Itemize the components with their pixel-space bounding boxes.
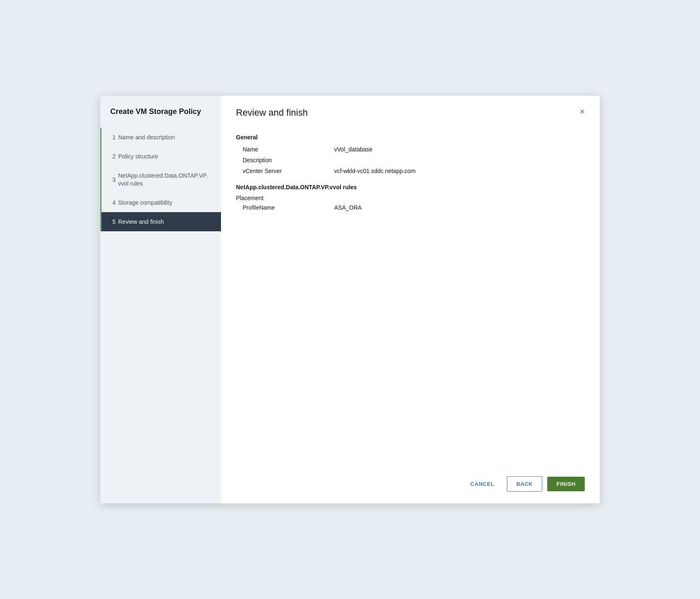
step-label-1: Name and description <box>118 134 175 141</box>
step-label-2: Policy structure <box>118 153 158 160</box>
sidebar: Create VM Storage Policy 1Name and descr… <box>100 96 221 503</box>
sidebar-step-4[interactable]: 4Storage compatibility <box>100 193 221 212</box>
main-header: Review and finish × <box>221 96 600 126</box>
field-label-vcenter: vCenter Server <box>243 168 334 174</box>
step-number-5: 5 <box>102 218 118 225</box>
field-row-description: Description <box>236 155 585 166</box>
field-label-description: Description <box>243 157 334 163</box>
sidebar-step-3[interactable]: 3NetApp.clustered.Data.ONTAP.VP. vvol ru… <box>100 166 221 193</box>
field-row-name: Name vVol_database <box>236 144 585 155</box>
create-vm-storage-policy-dialog: Create VM Storage Policy 1Name and descr… <box>100 96 600 503</box>
field-value-profilename: ASA_ORA <box>334 204 362 211</box>
main-body: General Name vVol_database Description v… <box>221 126 600 468</box>
sidebar-step-5[interactable]: 5Review and finish <box>100 212 221 231</box>
close-button[interactable]: × <box>580 107 585 116</box>
back-button[interactable]: BACK <box>507 476 543 492</box>
step-number-2: 2 <box>102 153 118 160</box>
field-label-profilename: ProfileName <box>243 204 334 211</box>
sidebar-step-2[interactable]: 2Policy structure <box>100 147 221 166</box>
step-label-4: Storage compatibility <box>118 199 172 206</box>
page-title: Review and finish <box>236 107 308 118</box>
step-label-3: NetApp.clustered.Data.ONTAP.VP. vvol rul… <box>118 172 213 187</box>
field-label-name: Name <box>243 146 334 153</box>
field-row-profilename: ProfileName ASA_ORA <box>236 202 585 213</box>
main-content: Review and finish × General Name vVol_da… <box>221 96 600 503</box>
step-number-4: 4 <box>102 199 118 206</box>
sidebar-title: Create VM Storage Policy <box>100 96 221 128</box>
general-section-header: General <box>236 134 585 141</box>
step-label-5: Review and finish <box>118 218 164 225</box>
placement-label: Placement <box>236 192 585 202</box>
field-value-name: vVol_database <box>334 146 372 153</box>
field-row-vcenter: vCenter Server vcf-wkld-vc01.sddc.netapp… <box>236 166 585 176</box>
sidebar-step-1[interactable]: 1Name and description <box>100 128 221 147</box>
field-value-vcenter: vcf-wkld-vc01.sddc.netapp.com <box>334 168 415 174</box>
cancel-button[interactable]: CANCEL <box>463 477 501 491</box>
step-number-1: 1 <box>102 134 118 141</box>
sidebar-steps: 1Name and description2Policy structure3N… <box>100 128 221 231</box>
main-footer: CANCEL BACK FINISH <box>221 468 600 503</box>
step-number-3: 3 <box>102 176 118 183</box>
rules-section-header: NetApp.clustered.Data.ONTAP.VP.vvol rule… <box>236 184 585 191</box>
finish-button[interactable]: FINISH <box>547 477 585 491</box>
